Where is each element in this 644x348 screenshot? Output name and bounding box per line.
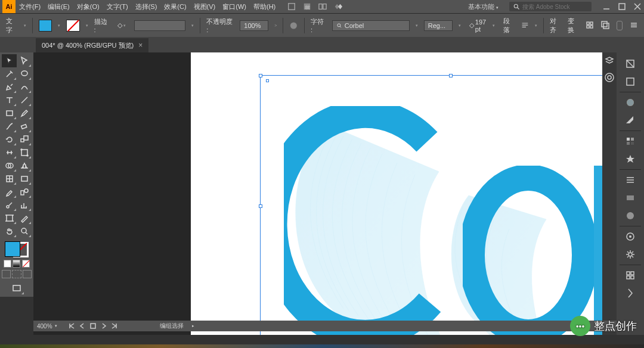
isolate-icon[interactable] bbox=[586, 21, 594, 29]
menu-effect[interactable]: 效果(C) bbox=[160, 2, 190, 11]
font-weight[interactable]: Reg... bbox=[424, 20, 453, 31]
brushes-icon[interactable] bbox=[618, 132, 642, 150]
transform-label[interactable]: 变换 bbox=[568, 17, 580, 35]
direct-selection-tool[interactable] bbox=[17, 54, 32, 67]
opacity-value[interactable]: 100% bbox=[240, 20, 268, 31]
scale-tool[interactable] bbox=[17, 133, 32, 146]
group-icon[interactable] bbox=[601, 21, 609, 29]
curvature-tool[interactable] bbox=[17, 80, 32, 94]
workspace-switcher[interactable]: 基本功能 ▾ bbox=[462, 1, 504, 13]
properties-icon[interactable] bbox=[618, 55, 642, 73]
column-graph-tool[interactable] bbox=[17, 198, 32, 212]
zoom-tool[interactable] bbox=[17, 225, 32, 238]
stroke-panel-icon[interactable] bbox=[618, 171, 642, 189]
draw-normal[interactable] bbox=[2, 270, 11, 278]
stock-search-input[interactable] bbox=[522, 4, 588, 10]
color-icon[interactable] bbox=[618, 94, 642, 111]
recolor-icon[interactable] bbox=[289, 21, 298, 30]
close-icon[interactable] bbox=[633, 2, 642, 11]
magic-wand-tool[interactable] bbox=[2, 67, 17, 80]
selection-bounding-box[interactable] bbox=[260, 75, 617, 335]
font-family[interactable]: Corbel bbox=[332, 20, 410, 31]
color-mode-color[interactable] bbox=[4, 260, 11, 268]
zoom-field[interactable]: 400%▾ bbox=[37, 323, 57, 330]
maximize-icon[interactable] bbox=[618, 2, 626, 11]
menu-select[interactable]: 选择(S) bbox=[132, 2, 161, 11]
rectangle-tool[interactable] bbox=[2, 107, 17, 120]
tab-close-icon[interactable]: × bbox=[138, 41, 143, 49]
align-label[interactable]: 对齐 bbox=[550, 17, 562, 35]
selection-tool[interactable] bbox=[2, 54, 17, 67]
swatches-icon[interactable] bbox=[618, 111, 642, 129]
menu-file[interactable]: 文件(F) bbox=[16, 2, 44, 11]
document-tab[interactable]: 004* @ 400% (RGB/GPU 预览) × bbox=[36, 38, 148, 52]
artboard-tool[interactable] bbox=[2, 212, 17, 225]
color-mode-none[interactable] bbox=[22, 260, 30, 268]
paragraph-icon[interactable] bbox=[521, 21, 529, 30]
eyedropper-tool[interactable] bbox=[2, 185, 17, 198]
perspective-grid-tool[interactable] bbox=[17, 159, 32, 172]
gradient-panel-icon[interactable] bbox=[618, 189, 642, 207]
handle-top-mid[interactable] bbox=[449, 74, 453, 77]
paragraph-label[interactable]: 段落 bbox=[503, 17, 515, 35]
draw-behind[interactable] bbox=[12, 270, 21, 278]
lasso-tool[interactable] bbox=[17, 67, 32, 80]
menu-window[interactable]: 窗口(W) bbox=[219, 2, 250, 11]
menu-object[interactable]: 对象(O) bbox=[73, 2, 103, 11]
anchor-point[interactable] bbox=[266, 79, 269, 82]
menu-type[interactable]: 文字(T) bbox=[103, 2, 132, 11]
free-transform-tool[interactable] bbox=[17, 146, 32, 159]
link-icon[interactable] bbox=[617, 21, 623, 30]
stroke-color-swatch[interactable] bbox=[66, 20, 79, 32]
stock-icon[interactable]: St bbox=[303, 2, 311, 11]
hand-tool[interactable] bbox=[2, 225, 17, 238]
menu-help[interactable]: 帮助(H) bbox=[250, 2, 279, 11]
overflow-icon[interactable] bbox=[630, 21, 638, 29]
handle-mid-left[interactable] bbox=[259, 204, 262, 208]
transform-icon[interactable] bbox=[618, 284, 642, 302]
font-size[interactable]: ◇197 pt▾ bbox=[467, 18, 497, 33]
stroke-width[interactable]: ◇▾ bbox=[115, 21, 128, 30]
menu-view[interactable]: 视图(V) bbox=[190, 2, 219, 11]
shaper-tool[interactable] bbox=[2, 120, 17, 133]
appearance-icon[interactable] bbox=[618, 228, 642, 246]
color-mode-gradient[interactable] bbox=[13, 260, 20, 268]
handle-top-left[interactable] bbox=[259, 74, 262, 77]
type-tool[interactable] bbox=[2, 94, 17, 107]
width-tool[interactable] bbox=[2, 146, 17, 159]
screen-mode-tool[interactable] bbox=[10, 282, 24, 295]
rotate-tool[interactable] bbox=[2, 133, 17, 146]
pen-tool[interactable] bbox=[2, 80, 17, 94]
transparency-icon[interactable] bbox=[618, 207, 642, 225]
layers-icon[interactable] bbox=[602, 52, 617, 69]
menu-edit[interactable]: 编辑(E) bbox=[44, 2, 73, 11]
nav-first-icon[interactable] bbox=[68, 322, 75, 330]
paintbrush-tool[interactable] bbox=[17, 107, 32, 120]
blend-tool[interactable] bbox=[17, 185, 32, 198]
fill-color-swatch[interactable] bbox=[39, 20, 52, 32]
symbol-sprayer-tool[interactable] bbox=[2, 198, 17, 212]
fill-swatch[interactable] bbox=[5, 241, 20, 257]
canvas[interactable] bbox=[33, 52, 617, 335]
align-icon[interactable] bbox=[618, 266, 642, 284]
line-tool[interactable] bbox=[17, 94, 32, 107]
artboard-nav-icon[interactable] bbox=[89, 322, 97, 330]
nav-next-icon[interactable] bbox=[100, 322, 107, 330]
bridge-icon[interactable] bbox=[287, 2, 296, 11]
nav-last-icon[interactable] bbox=[111, 322, 118, 330]
minimize-icon[interactable] bbox=[602, 2, 611, 11]
nav-prev-icon[interactable] bbox=[79, 322, 86, 330]
shape-builder-tool[interactable] bbox=[2, 159, 17, 172]
draw-inside[interactable] bbox=[23, 270, 32, 278]
arrange-icon[interactable] bbox=[318, 2, 327, 11]
cc-libraries-icon[interactable] bbox=[602, 69, 617, 86]
slice-tool[interactable] bbox=[17, 212, 32, 225]
symbols-icon[interactable] bbox=[618, 150, 642, 168]
eraser-tool[interactable] bbox=[17, 120, 32, 133]
mesh-tool[interactable] bbox=[2, 172, 17, 185]
stroke-style[interactable] bbox=[134, 20, 185, 31]
stock-search[interactable] bbox=[509, 2, 592, 11]
fill-stroke-control[interactable] bbox=[5, 241, 29, 257]
gpu-icon[interactable] bbox=[334, 2, 342, 11]
graphic-styles-icon[interactable] bbox=[618, 246, 642, 263]
